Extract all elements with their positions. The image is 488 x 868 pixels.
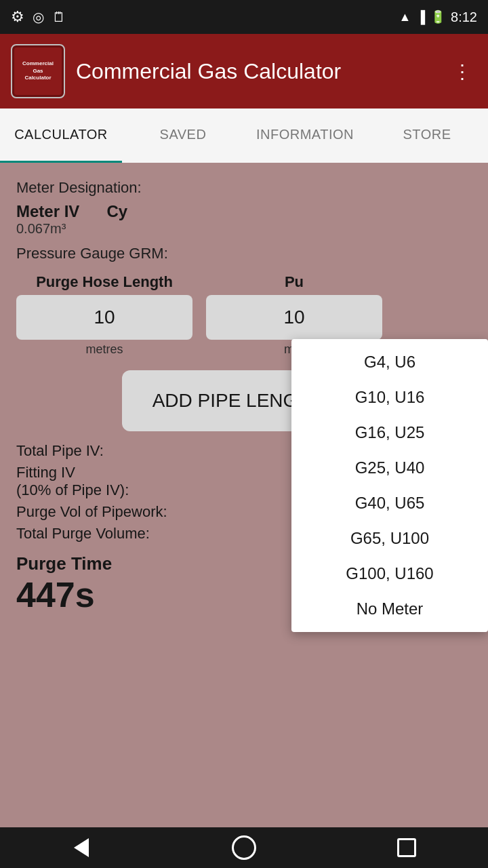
- app-title: Commercial Gas Calculator: [76, 59, 436, 84]
- tab-information[interactable]: INFORMATION: [244, 108, 366, 163]
- meter-designation-dropdown[interactable]: G4, U6 G10, U16 G16, U25 G25, U40 G40, U…: [291, 339, 488, 632]
- result-label-1b: (10% of Pipe IV):: [16, 481, 129, 499]
- home-button[interactable]: [224, 834, 264, 861]
- main-content: Meter Designation: Meter IV 0.067m³ Cy P…: [0, 163, 488, 827]
- pressure-gauge-label: Pressure Gauge GRM:: [16, 245, 168, 262]
- result-label-3: Total Purge Volume:: [16, 525, 150, 542]
- purge-time-col: Purge Time 447s: [16, 553, 112, 615]
- meter-cy-col: Cy: [106, 202, 127, 237]
- purge-length-col: Purge Hose Length metres: [16, 273, 192, 357]
- dropdown-item-0[interactable]: G4, U6: [291, 344, 488, 380]
- purge-hose-length-unit: metres: [85, 342, 123, 357]
- purge-hose-length-label: Purge Hose Length: [36, 273, 173, 291]
- tab-calculator[interactable]: CALCULATOR: [0, 108, 122, 163]
- recents-icon: [397, 838, 416, 857]
- meter-info-row: Meter IV 0.067m³ Cy: [16, 202, 472, 237]
- signal-icon: ▐: [416, 10, 425, 24]
- clipboard-icon: 🗒: [52, 9, 66, 25]
- meter-designation-label: Meter Designation:: [16, 179, 142, 197]
- purge-diam-label: Pu: [285, 273, 304, 291]
- result-label-1-col: Fitting IV (10% of Pipe IV):: [16, 464, 129, 499]
- status-left-icons: ⚙ ◎ 🗒: [11, 8, 66, 26]
- purge-time-title: Purge Time: [16, 553, 112, 574]
- status-time: 8:12: [451, 9, 477, 25]
- meter-volume: 0.067m³: [16, 221, 66, 237]
- dropdown-item-4[interactable]: G40, U65: [291, 486, 488, 521]
- dropdown-item-6[interactable]: G100, U160: [291, 556, 488, 591]
- sync-icon: ◎: [33, 9, 44, 25]
- purge-time-value: 447s: [16, 574, 112, 615]
- meter-cy-label: Cy: [106, 202, 127, 221]
- back-icon: [74, 838, 89, 857]
- pressure-gauge-row: Pressure Gauge GRM:: [16, 245, 472, 262]
- purge-hose-length-input[interactable]: [16, 295, 192, 340]
- meter-name: Meter IV: [16, 202, 79, 221]
- result-label-2: Purge Vol of Pipework:: [16, 503, 167, 521]
- wifi-icon: ▲: [399, 10, 411, 24]
- tab-store[interactable]: STORE: [366, 108, 488, 163]
- app-bar: CommercialGasCalculator Commercial Gas C…: [0, 34, 488, 108]
- dropdown-item-3[interactable]: G25, U40: [291, 450, 488, 486]
- status-bar: ⚙ ◎ 🗒 ▲ ▐ 🔋 8:12: [0, 0, 488, 34]
- home-icon: [232, 835, 256, 860]
- settings-icon: ⚙: [11, 8, 24, 26]
- result-label-1a: Fitting IV: [16, 464, 129, 481]
- purge-diam-input[interactable]: [206, 295, 382, 340]
- meter-iv-col: Meter IV 0.067m³: [16, 202, 79, 237]
- meter-designation-row: Meter Designation:: [16, 179, 472, 197]
- dropdown-item-1[interactable]: G10, U16: [291, 380, 488, 415]
- status-right-icons: ▲ ▐ 🔋 8:12: [399, 9, 477, 25]
- battery-icon: 🔋: [430, 9, 445, 24]
- app-logo-inner: CommercialGasCalculator: [14, 47, 62, 95]
- tab-saved[interactable]: SAVED: [122, 108, 244, 163]
- dropdown-item-7[interactable]: No Meter: [291, 591, 488, 627]
- nav-bar: [0, 827, 488, 868]
- more-options-icon[interactable]: ⋮: [447, 55, 477, 88]
- dropdown-item-2[interactable]: G16, U25: [291, 415, 488, 450]
- dropdown-item-5[interactable]: G65, U100: [291, 521, 488, 556]
- app-logo: CommercialGasCalculator: [11, 44, 65, 98]
- recents-button[interactable]: [386, 834, 427, 861]
- back-button[interactable]: [61, 834, 102, 861]
- result-label-0: Total Pipe IV:: [16, 442, 104, 460]
- tab-bar: CALCULATOR SAVED INFORMATION STORE: [0, 108, 488, 163]
